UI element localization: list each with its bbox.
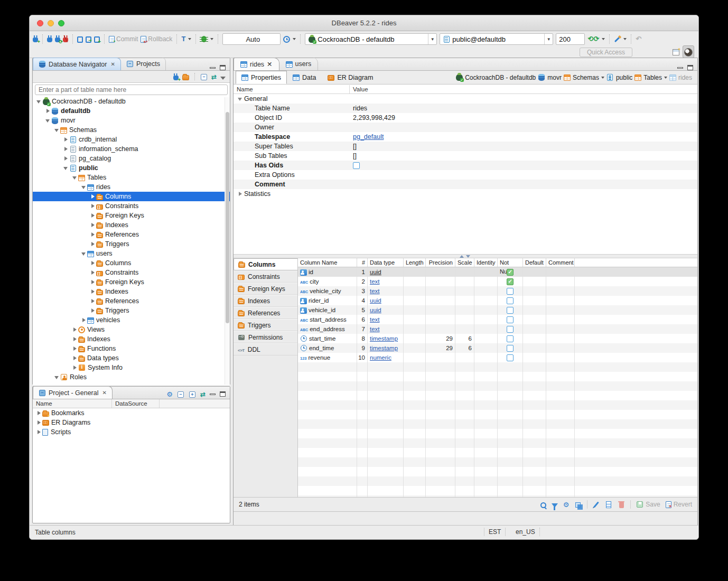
tree-item-constraints[interactable]: Constraints: [33, 268, 230, 277]
reconnect-button[interactable]: [55, 36, 60, 42]
tab-project-general[interactable]: Project - General ✕: [33, 386, 113, 399]
expander-closed[interactable]: [36, 419, 42, 426]
not-null-checkbox[interactable]: [507, 354, 514, 361]
not-null-checkbox[interactable]: [507, 316, 514, 323]
quick-access-button[interactable]: Quick Access: [580, 48, 632, 57]
not-null-checkbox[interactable]: [507, 307, 514, 314]
expander-closed[interactable]: [81, 317, 87, 323]
column-header-datasource[interactable]: DataSource: [112, 399, 160, 408]
column-row-id[interactable]: id1uuid: [298, 267, 697, 277]
connection-selector-combo[interactable]: CockroachDB - defaultdb: [305, 33, 437, 45]
data-type-link[interactable]: timestamp: [370, 345, 398, 351]
save-button[interactable]: Save: [636, 501, 660, 508]
close-tab-icon[interactable]: ✕: [267, 60, 272, 68]
expander-closed[interactable]: [72, 345, 78, 352]
tree-item-references[interactable]: References: [33, 296, 230, 306]
breadcrumb-tables[interactable]: Tables: [634, 74, 667, 81]
table-filter-input[interactable]: [35, 85, 228, 95]
expander-closed[interactable]: [90, 269, 96, 276]
expander-closed[interactable]: [238, 191, 244, 197]
delete-column-button[interactable]: [618, 500, 625, 509]
grid-header-column-name[interactable]: Column Name: [298, 258, 357, 267]
tab-database-navigator[interactable]: Database Navigator ✕: [33, 58, 121, 70]
project-settings-button[interactable]: [166, 389, 173, 399]
minimize-view-button[interactable]: [210, 393, 216, 395]
minimize-editor-button[interactable]: [677, 67, 683, 69]
expander-open[interactable]: [54, 127, 60, 133]
tree-item-foreign-keys[interactable]: Foreign Keys: [33, 277, 230, 287]
property-row-object-id[interactable]: Object ID2,293,998,429: [234, 113, 697, 123]
grid-header-length[interactable]: Length: [404, 258, 426, 267]
transaction-log-button[interactable]: T: [181, 35, 191, 43]
grid-search-button[interactable]: [540, 500, 546, 509]
property-value-link[interactable]: pg_default: [353, 133, 384, 140]
column-row-end-time[interactable]: end_time9timestamp296: [298, 343, 697, 353]
property-row-sub-tables[interactable]: Sub Tables[]: [234, 151, 697, 161]
property-row-owner[interactable]: Owner: [234, 123, 697, 132]
grid-header-scale[interactable]: Scale: [455, 258, 474, 267]
not-null-checkbox[interactable]: [507, 288, 514, 295]
tree-item-constraints[interactable]: Constraints: [33, 201, 230, 211]
detail-tab-columns[interactable]: Columns: [234, 258, 297, 270]
tree-item-vehicles[interactable]: vehicles: [33, 315, 230, 325]
undo-navigation-button[interactable]: ↶: [636, 35, 641, 43]
maximize-view-button[interactable]: [220, 391, 226, 397]
data-type-link[interactable]: numeric: [370, 354, 391, 361]
tree-item-schemas[interactable]: Schemas: [33, 125, 230, 135]
project-collapse-all-button[interactable]: [177, 389, 184, 399]
navigator-scrollbar[interactable]: [225, 97, 229, 385]
property-row-extra-options[interactable]: Extra Options: [234, 170, 697, 180]
data-type-link[interactable]: uuid: [370, 269, 381, 275]
column-row-revenue[interactable]: revenue10numeric: [298, 353, 697, 362]
maximize-editor-button[interactable]: [687, 65, 693, 70]
tree-item-indexes[interactable]: Indexes: [33, 334, 230, 344]
tab-projects[interactable]: Projects: [121, 58, 166, 70]
breadcrumb-schemas[interactable]: Schemas: [564, 74, 604, 81]
revert-button[interactable]: Revert: [666, 501, 692, 508]
not-null-checkbox[interactable]: [507, 278, 514, 285]
tree-item-triggers[interactable]: Triggers: [33, 306, 230, 315]
link-with-editor-button[interactable]: [211, 72, 217, 81]
schema-selector-combo[interactable]: public@defaultdb: [440, 33, 553, 45]
project-item-scripts[interactable]: Scripts: [33, 427, 230, 437]
expander-closed[interactable]: [90, 231, 96, 238]
editor-tab-rides[interactable]: rides✕: [234, 58, 279, 70]
expander-closed[interactable]: [63, 146, 69, 152]
project-expand-all-button[interactable]: [189, 389, 196, 399]
tree-item-roles[interactable]: Roles: [33, 372, 230, 382]
tree-item-indexes[interactable]: Indexes: [33, 287, 230, 296]
tree-item-cockroachdb-defaultdb[interactable]: CockroachDB - defaultdb: [33, 97, 230, 106]
column-row-city[interactable]: city2text: [298, 277, 697, 286]
expander-open[interactable]: [63, 165, 69, 171]
subtab-er-diagram[interactable]: ER Diagram: [322, 71, 379, 84]
data-type-link[interactable]: timestamp: [370, 335, 398, 342]
tree-item-columns[interactable]: Columns: [33, 192, 230, 201]
view-menu-button[interactable]: [220, 72, 226, 81]
expander-closed[interactable]: [90, 298, 96, 304]
expander-closed[interactable]: [45, 108, 51, 114]
expander-open[interactable]: [45, 117, 51, 124]
expander-closed[interactable]: [90, 288, 96, 295]
expander-closed[interactable]: [90, 241, 96, 247]
property-row-has-oids[interactable]: Has Oids: [234, 161, 697, 170]
detail-tab-foreign-keys[interactable]: Foreign Keys: [234, 283, 297, 295]
grid-header-comment[interactable]: Comment: [546, 258, 575, 267]
data-type-link[interactable]: uuid: [370, 307, 381, 313]
new-connection-button[interactable]: [33, 36, 38, 42]
expander-open[interactable]: [54, 374, 60, 380]
transaction-history-button[interactable]: [283, 36, 296, 43]
tree-item-defaultdb[interactable]: defaultdb: [33, 106, 230, 116]
expander-closed[interactable]: [72, 355, 78, 361]
project-item-bookmarks[interactable]: Bookmarks: [33, 408, 230, 418]
column-row-start-time[interactable]: start_time8timestamp296: [298, 334, 697, 343]
data-type-link[interactable]: text: [370, 288, 380, 294]
tree-item-triggers[interactable]: Triggers: [33, 239, 230, 249]
expander-closed[interactable]: [63, 155, 69, 162]
grid-compare-button[interactable]: [574, 500, 582, 509]
prop-header-value[interactable]: Value: [350, 85, 371, 93]
data-type-link[interactable]: text: [370, 316, 380, 323]
column-header-name[interactable]: Name: [33, 399, 112, 408]
expander-closed[interactable]: [72, 326, 78, 333]
tree-item-information-schema[interactable]: information_schema: [33, 144, 230, 154]
breadcrumb-public[interactable]: public: [606, 74, 632, 81]
